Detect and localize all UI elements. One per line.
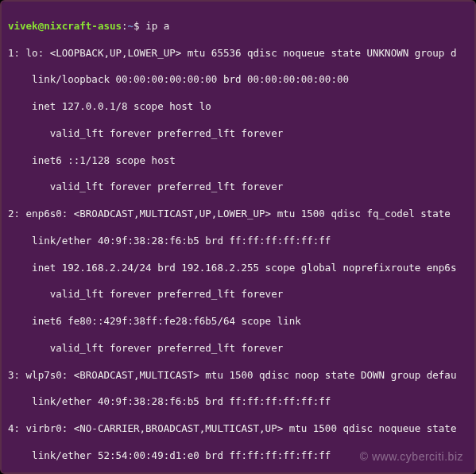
- prompt-path: ~: [128, 20, 134, 32]
- terminal-window: vivek@nixcraft-asus:~$ ip a 1: lo: <LOOP…: [0, 0, 476, 474]
- ip-output-line: 1: lo: <LOOPBACK,UP,LOWER_UP> mtu 65536 …: [8, 47, 468, 60]
- ip-output-line: link/loopback 00:00:00:00:00:00 brd 00:0…: [8, 73, 468, 87]
- ip-output-line: 2: enp6s0: <BROADCAST,MULTICAST,UP,LOWER…: [8, 208, 468, 221]
- ip-output-line: 3: wlp7s0: <BROADCAST,MULTICAST> mtu 150…: [8, 369, 468, 383]
- ip-output-line: link/ether 40:9f:38:28:f6:b5 brd ff:ff:f…: [8, 235, 468, 248]
- ip-output-line: inet 192.168.2.24/24 brd 192.168.2.255 s…: [8, 262, 468, 275]
- prompt-dollar: $: [134, 20, 140, 32]
- command-ip-a: ip a: [145, 20, 169, 32]
- ip-output-line: 4: virbr0: <NO-CARRIER,BROADCAST,MULTICA…: [8, 422, 468, 436]
- ip-output-line: valid_lft forever preferred_lft forever: [8, 181, 468, 194]
- terminal-body[interactable]: vivek@nixcraft-asus:~$ ip a 1: lo: <LOOP…: [2, 2, 474, 472]
- ip-output-line: valid_lft forever preferred_lft forever: [8, 288, 468, 301]
- prompt-sep: :: [122, 20, 128, 32]
- prompt-line-1: vivek@nixcraft-asus:~$ ip a: [8, 20, 468, 33]
- ip-output-line: inet 127.0.0.1/8 scope host lo: [8, 100, 468, 114]
- ip-output-line: inet6 ::1/128 scope host: [8, 154, 468, 168]
- ip-output-line: link/ether 40:9f:38:28:f6:b5 brd ff:ff:f…: [8, 395, 468, 409]
- ip-output-line: valid_lft forever preferred_lft forever: [8, 342, 468, 356]
- ip-output-line: link/ether 52:54:00:49:d1:e0 brd ff:ff:f…: [8, 449, 468, 463]
- ip-output-line: valid_lft forever preferred_lft forever: [8, 127, 468, 141]
- ip-output-line: inet6 fe80::429f:38ff:fe28:f6b5/64 scope…: [8, 315, 468, 328]
- prompt-user: vivek@nixcraft-asus: [8, 20, 122, 32]
